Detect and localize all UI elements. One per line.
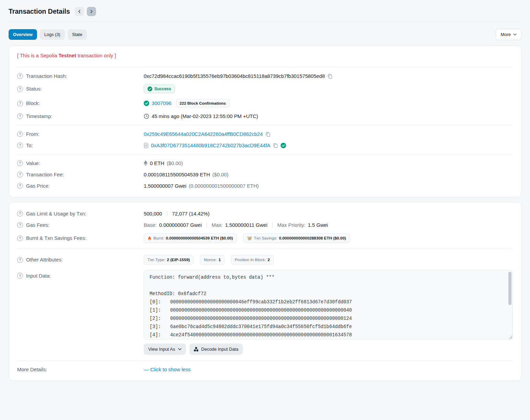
from-address-link[interactable]: 0x259c49E65644a020C2A642260a4ffB0CD862cb… xyxy=(144,131,263,137)
gas-max-priority-value: 1.5 Gwei xyxy=(308,222,328,228)
to-row: To: 0xA3f07D6773514480b918C2742b027b3acD… xyxy=(17,140,513,151)
txn-type-badge: Txn Type: 2 (EIP-1559) xyxy=(144,255,193,265)
status-badge-text: Success xyxy=(154,86,171,91)
gas-fees-row: Gas Fees: Base: 0.000000007 Gwei Max: 1.… xyxy=(17,219,513,231)
view-input-as-label: View Input As xyxy=(148,347,175,352)
block-number-link[interactable]: 3007096 xyxy=(152,101,172,106)
gas-base-label: Base: xyxy=(144,222,157,228)
help-icon xyxy=(17,73,23,79)
input-hex-row: [2]:000000000000000000000000000000000000… xyxy=(150,315,504,323)
other-attributes-label: Other Attributes: xyxy=(26,257,63,262)
timestamp-value: 45 mins ago (Mar-02-2023 12:55:00 PM +UT… xyxy=(152,114,258,119)
gas-price-gwei: 1.500000007 Gwei xyxy=(144,183,186,189)
section-divider xyxy=(17,249,513,249)
decode-input-data-label: Decode Input Data xyxy=(201,347,238,352)
position-in-block-badge: Position In Block: 2 xyxy=(231,255,273,265)
input-data-textarea[interactable]: Function: forward(address to,bytes data)… xyxy=(144,270,513,339)
header-divider xyxy=(9,22,521,22)
view-input-as-button[interactable]: View Input As xyxy=(144,343,186,355)
resize-grip[interactable] xyxy=(508,335,512,339)
testnet-notice-prefix: [ This is a Sepolia xyxy=(17,53,57,58)
burnt-savings-label: Burnt & Txn Savings Fees: xyxy=(26,235,86,241)
tab-logs[interactable]: Logs (3) xyxy=(40,29,65,40)
other-attributes-row: Other Attributes: Txn Type: 2 (EIP-1559)… xyxy=(17,252,513,267)
more-dropdown-button[interactable]: More xyxy=(496,29,521,40)
to-address-link[interactable]: 0xA3f07D6773514480b918C2742b027b3acD9E44… xyxy=(151,143,270,148)
transaction-fee-usd: ($0.00) xyxy=(212,172,228,177)
from-label-group: From: xyxy=(17,131,144,137)
nonce-value: 1 xyxy=(219,257,221,262)
gas-price-row: Gas Price: 1.500000007 Gwei (0.000000001… xyxy=(17,180,513,191)
help-icon xyxy=(17,172,23,177)
help-icon xyxy=(17,101,23,106)
decode-input-data-button[interactable]: Decode Input Data xyxy=(189,343,243,355)
txn-type-label: Txn Type: xyxy=(148,257,165,262)
block-label-group: Block: xyxy=(17,101,144,106)
gas-limit-label-group: Gas Limit & Usage by Txn: xyxy=(17,211,144,217)
value-eth: 0 ETH xyxy=(150,161,164,166)
input-data-label: Input Data: xyxy=(26,273,51,279)
gas-max-priority-label: Max Priority: xyxy=(277,222,305,228)
transaction-hash-label: Transaction Hash: xyxy=(26,73,67,79)
status-badge: Success xyxy=(144,84,175,93)
block-confirmations-badge: 222 Block Confirmations xyxy=(176,99,230,108)
burnt-value: 0.000000000000504539 ETH ($0.00) xyxy=(166,236,233,241)
timestamp-label: Timestamp: xyxy=(26,114,52,119)
help-icon xyxy=(17,131,23,137)
transaction-fee-row: Transaction Fee: 0.000108115500504539 ET… xyxy=(17,169,513,180)
burnt-savings-label-group: Burnt & Txn Savings Fees: xyxy=(17,235,144,241)
testnet-notice-highlight: Testnet xyxy=(59,53,76,58)
other-attributes-label-group: Other Attributes: xyxy=(17,257,144,263)
tab-overview[interactable]: Overview xyxy=(9,29,37,40)
burnt-label: Burnt: xyxy=(153,236,164,241)
value-row: Value: 0 ETH ($0.00) xyxy=(17,158,513,169)
next-transaction-button[interactable] xyxy=(87,7,96,16)
section-divider xyxy=(17,361,513,361)
position-in-block-label: Position In Block: xyxy=(235,257,266,262)
input-data-row: Input Data: Function: forward(address to… xyxy=(17,267,513,358)
gas-fees-label: Gas Fees: xyxy=(26,222,49,228)
page-header: Transaction Details xyxy=(9,5,521,22)
copy-icon[interactable] xyxy=(265,131,271,137)
vertical-divider xyxy=(272,222,272,228)
input-hex-row: [3]:6ae0bc76cad4d5c94802dddc370041e175fd… xyxy=(150,323,504,331)
block-label: Block: xyxy=(26,101,40,106)
chevron-down-icon xyxy=(178,348,181,350)
show-less-link[interactable]: — Click to show less xyxy=(144,367,191,372)
copy-icon[interactable] xyxy=(273,143,278,148)
gas-price-label: Gas Price: xyxy=(26,183,50,189)
txn-savings-value: 0.000000000000288308 ETH ($0.00) xyxy=(279,236,346,241)
contract-file-icon xyxy=(144,143,149,148)
transaction-fee-label: Transaction Fee: xyxy=(26,172,64,177)
gas-price-eth: (0.000000001500000007 ETH) xyxy=(189,183,259,189)
to-label: To: xyxy=(26,143,33,148)
status-label: Status: xyxy=(26,86,42,92)
previous-transaction-button[interactable] xyxy=(75,7,84,16)
ethereum-icon xyxy=(144,160,148,166)
more-details-label-group: More Details: xyxy=(17,367,144,372)
overview-card-main: [ This is a Sepolia Testnet transaction … xyxy=(9,46,521,197)
help-icon xyxy=(17,160,23,166)
more-details-row: More Details: — Click to show less xyxy=(17,364,513,375)
testnet-notice: [ This is a Sepolia Testnet transaction … xyxy=(17,51,513,64)
tab-bar: Overview Logs (3) State More xyxy=(9,29,521,40)
transaction-details-page: Transaction Details Overview Logs (3) St… xyxy=(0,0,530,387)
chevron-left-icon xyxy=(78,10,81,13)
to-label-group: To: xyxy=(17,142,144,148)
gas-limit-usage-row: Gas Limit & Usage by Txn: 500,000 72,077… xyxy=(17,208,513,219)
help-icon xyxy=(17,235,23,241)
more-details-label: More Details: xyxy=(17,367,47,372)
vertical-divider xyxy=(207,222,207,228)
help-icon xyxy=(17,211,23,217)
copy-icon[interactable] xyxy=(327,73,333,79)
tab-state[interactable]: State xyxy=(68,29,87,40)
block-row: Block: 3007096 222 Block Confirmations xyxy=(17,96,513,110)
nonce-badge: Nonce: 1 xyxy=(200,255,224,265)
transaction-hash-label-group: Transaction Hash: xyxy=(17,73,144,79)
section-divider xyxy=(17,67,513,67)
status-label-group: Status: xyxy=(17,86,144,92)
txn-savings-badge: Txn Savings: 0.000000000000288308 ETH ($… xyxy=(243,233,350,243)
value-usd: ($0.00) xyxy=(167,161,183,166)
testnet-notice-suffix: transaction only ] xyxy=(78,53,116,58)
input-scrollbar-thumb[interactable] xyxy=(508,272,511,305)
